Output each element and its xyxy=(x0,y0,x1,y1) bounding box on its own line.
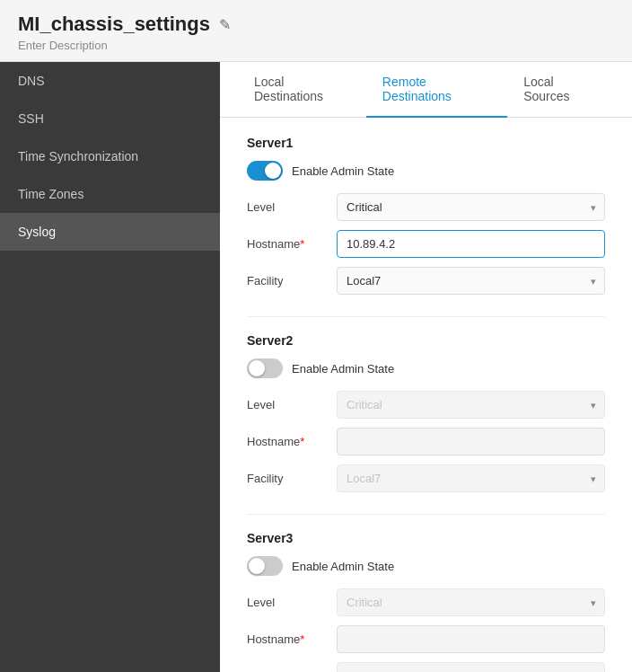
server2-hostname-row: Hostname* xyxy=(247,428,605,455)
server1-facility-label: Facility xyxy=(247,274,337,287)
server1-level-row: Level CriticalErrorWarningNoticeInformat… xyxy=(247,193,605,221)
server3-block: Server3 Enable Admin State Level Critica… xyxy=(247,531,605,672)
tabs-bar: Local Destinations Remote Destinations L… xyxy=(220,62,632,118)
sidebar-item-time-zones[interactable]: Time Zones xyxy=(0,175,220,213)
server3-hostname-required: * xyxy=(300,632,304,646)
server3-title: Server3 xyxy=(247,531,605,545)
app-header: MI_chassis_settings ✎ Enter Description xyxy=(0,0,632,62)
sidebar-item-ssh[interactable]: SSH xyxy=(0,100,220,137)
server2-hostname-input[interactable] xyxy=(337,428,605,455)
server3-hostname-input[interactable] xyxy=(337,625,605,653)
server2-level-row: Level Critical ▾ xyxy=(247,391,605,419)
server1-hostname-input[interactable] xyxy=(337,230,605,258)
server1-level-label: Level xyxy=(247,200,337,214)
server2-facility-select-wrapper: Local7 ▾ xyxy=(337,464,605,492)
server2-hostname-input-wrapper xyxy=(337,428,605,455)
server3-hostname-row: Hostname* xyxy=(247,625,605,653)
server1-enable-label: Enable Admin State xyxy=(292,164,394,178)
tab-local-destinations[interactable]: Local Destinations xyxy=(238,62,366,118)
page-title: MI_chassis_settings xyxy=(18,13,210,36)
sidebar-item-time-synchronization[interactable]: Time Synchronization xyxy=(0,137,220,175)
server1-hostname-required: * xyxy=(300,237,304,251)
server3-facility-row: Facility Local7 ▾ xyxy=(247,662,605,672)
divider-1 xyxy=(247,316,605,317)
server3-enable-label: Enable Admin State xyxy=(292,560,394,573)
server2-level-select[interactable]: Critical xyxy=(337,391,605,419)
tab-content: Server1 Enable Admin State Level Critica… xyxy=(220,118,632,672)
server3-enable-toggle[interactable] xyxy=(247,556,283,576)
sidebar-item-dns[interactable]: DNS xyxy=(0,62,220,100)
server1-hostname-row: Hostname* xyxy=(247,230,605,258)
page-subtitle: Enter Description xyxy=(18,39,614,52)
main-content: Local Destinations Remote Destinations L… xyxy=(220,62,632,672)
server2-hostname-label: Hostname* xyxy=(247,435,337,448)
server2-title: Server2 xyxy=(247,333,605,348)
server3-level-label: Level xyxy=(247,596,337,609)
server1-block: Server1 Enable Admin State Level Critica… xyxy=(247,136,605,295)
server3-level-select-wrapper: Critical ▾ xyxy=(337,588,605,616)
server1-enable-toggle[interactable] xyxy=(247,161,283,181)
server1-facility-select-wrapper: Local0Local1Local2Local3Local4Local5Loca… xyxy=(337,267,605,295)
server2-facility-label: Facility xyxy=(247,472,337,485)
server2-facility-select[interactable]: Local7 xyxy=(337,464,605,492)
tab-remote-destinations[interactable]: Remote Destinations xyxy=(366,62,507,118)
server2-hostname-required: * xyxy=(300,435,304,448)
server3-facility-select-wrapper: Local7 ▾ xyxy=(337,662,605,672)
server1-toggle-row: Enable Admin State xyxy=(247,161,605,181)
server1-level-select-wrapper: CriticalErrorWarningNoticeInformationalD… xyxy=(337,193,605,221)
server3-facility-select[interactable]: Local7 xyxy=(337,662,605,672)
server1-facility-select[interactable]: Local0Local1Local2Local3Local4Local5Loca… xyxy=(337,267,605,295)
server1-level-select[interactable]: CriticalErrorWarningNoticeInformationalD… xyxy=(337,193,605,221)
server3-level-row: Level Critical ▾ xyxy=(247,588,605,616)
sidebar-item-syslog[interactable]: Syslog xyxy=(0,213,220,251)
server3-hostname-label: Hostname* xyxy=(247,632,337,646)
server1-hostname-input-wrapper xyxy=(337,230,605,258)
server1-facility-row: Facility Local0Local1Local2Local3Local4L… xyxy=(247,267,605,295)
server3-toggle-row: Enable Admin State xyxy=(247,556,605,576)
server2-facility-row: Facility Local7 ▾ xyxy=(247,464,605,492)
server3-level-select[interactable]: Critical xyxy=(337,588,605,616)
edit-icon[interactable]: ✎ xyxy=(219,16,231,33)
server1-title: Server1 xyxy=(247,136,605,150)
server2-block: Server2 Enable Admin State Level Critica… xyxy=(247,333,605,492)
server2-enable-label: Enable Admin State xyxy=(292,362,394,376)
server1-hostname-label: Hostname* xyxy=(247,237,337,251)
server2-level-select-wrapper: Critical ▾ xyxy=(337,391,605,419)
server2-level-label: Level xyxy=(247,398,337,411)
server2-enable-toggle[interactable] xyxy=(247,358,283,378)
server2-toggle-row: Enable Admin State xyxy=(247,358,605,378)
divider-2 xyxy=(247,514,605,515)
server3-hostname-input-wrapper xyxy=(337,625,605,653)
tab-local-sources[interactable]: Local Sources xyxy=(507,62,614,118)
sidebar: DNS SSH Time Synchronization Time Zones … xyxy=(0,62,220,672)
